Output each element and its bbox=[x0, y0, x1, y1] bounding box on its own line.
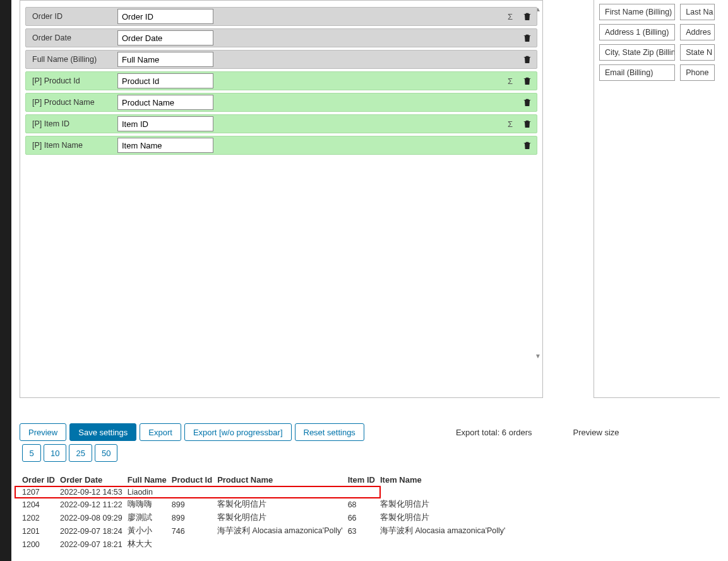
field-name-input[interactable] bbox=[117, 138, 213, 153]
trash-icon[interactable] bbox=[522, 76, 532, 86]
table-cell: 1202 bbox=[20, 511, 57, 524]
field-name-input[interactable] bbox=[117, 52, 213, 67]
avail-address2-billing[interactable]: Addres bbox=[680, 24, 715, 40]
field-name-input[interactable] bbox=[117, 116, 213, 131]
field-name-input[interactable] bbox=[117, 73, 213, 88]
table-cell: 客製化明信片 bbox=[215, 498, 345, 511]
table-cell bbox=[345, 538, 378, 551]
table-cell: 嗨嗨嗨 bbox=[125, 498, 169, 511]
export-wo-progress-button[interactable]: Export [w/o progressbar] bbox=[184, 423, 292, 441]
table-cell: 廖測試 bbox=[125, 511, 169, 524]
field-name-input[interactable] bbox=[117, 95, 213, 110]
field-label: Full Name (Billing) bbox=[26, 55, 117, 64]
table-cell: 66 bbox=[345, 511, 378, 524]
table-cell: 客製化明信片 bbox=[215, 511, 345, 524]
preview-size-10[interactable]: 10 bbox=[44, 444, 66, 462]
column-header: Item Name bbox=[378, 473, 508, 486]
sigma-icon[interactable]: Σ bbox=[501, 119, 519, 129]
trash-icon[interactable] bbox=[522, 11, 532, 21]
selected-fields-panel: ▲ Order IDΣOrder DateFull Name (Billing)… bbox=[20, 0, 543, 398]
export-total-label: Export total: 6 orders bbox=[456, 428, 532, 437]
avail-last-name-billing[interactable]: Last Na bbox=[680, 4, 715, 20]
table-cell: 客製化明信片 bbox=[378, 511, 508, 524]
table-row: 12042022-09-12 11:22嗨嗨嗨899客製化明信片68客製化明信片 bbox=[20, 498, 508, 511]
field-label: [P] Item ID bbox=[26, 119, 117, 128]
field-row[interactable]: Order IDΣ bbox=[25, 7, 537, 26]
toolbar: Preview Save settings Export Export [w/o… bbox=[20, 423, 720, 462]
table-cell: 客製化明信片 bbox=[378, 498, 508, 511]
field-label: Order ID bbox=[26, 12, 117, 21]
table-cell: 1204 bbox=[20, 498, 57, 511]
table-cell: 黃小小 bbox=[125, 524, 169, 538]
table-cell: 2022-09-07 18:21 bbox=[57, 538, 125, 551]
table-cell: 2022-09-07 18:24 bbox=[57, 524, 125, 538]
field-label: [P] Item Name bbox=[26, 141, 117, 150]
trash-icon[interactable] bbox=[522, 140, 532, 150]
table-cell: 1201 bbox=[20, 524, 57, 538]
avail-city-state-zip[interactable]: City, State Zip (Billing) bbox=[599, 44, 675, 61]
preview-table: Order IDOrder DateFull NameProduct IdPro… bbox=[20, 473, 508, 551]
avail-phone-billing[interactable]: Phone bbox=[680, 64, 715, 81]
table-row: 12022022-09-08 09:29廖測試899客製化明信片66客製化明信片 bbox=[20, 511, 508, 524]
avail-first-name-billing[interactable]: First Name (Billing) bbox=[599, 4, 675, 20]
column-header: Order Date bbox=[57, 473, 125, 486]
trash-icon[interactable] bbox=[522, 97, 532, 107]
column-header: Product Id bbox=[169, 473, 215, 486]
preview-size-25[interactable]: 25 bbox=[69, 444, 92, 462]
trash-icon[interactable] bbox=[522, 33, 532, 43]
avail-address1-billing[interactable]: Address 1 (Billing) bbox=[599, 24, 675, 40]
save-settings-button[interactable]: Save settings bbox=[69, 423, 136, 441]
field-row[interactable]: [P] Item IDΣ bbox=[25, 114, 537, 133]
avail-state-name[interactable]: State N bbox=[680, 44, 715, 61]
column-header: Item ID bbox=[345, 473, 378, 486]
field-label: [P] Product Id bbox=[26, 76, 117, 85]
table-cell: 1200 bbox=[20, 538, 57, 551]
table-cell: 海芋波利 Alocasia amazonica'Polly' bbox=[215, 524, 345, 538]
table-cell: 海芋波利 Alocasia amazonica'Polly' bbox=[378, 524, 508, 538]
admin-rail bbox=[0, 0, 11, 561]
field-row[interactable]: [P] Item Name bbox=[25, 136, 537, 155]
column-header: Order ID bbox=[20, 473, 57, 486]
column-header: Product Name bbox=[215, 473, 345, 486]
field-label: [P] Product Name bbox=[26, 98, 117, 107]
preview-size-label: Preview size bbox=[573, 428, 619, 437]
table-cell: 746 bbox=[169, 524, 215, 538]
table-cell: 2022-09-08 09:29 bbox=[57, 511, 125, 524]
trash-icon[interactable] bbox=[522, 119, 532, 129]
field-label: Order Date bbox=[26, 33, 117, 42]
table-cell bbox=[378, 538, 508, 551]
sigma-icon[interactable]: Σ bbox=[501, 76, 519, 86]
scroll-down-icon[interactable]: ▼ bbox=[535, 353, 541, 359]
table-cell: 899 bbox=[169, 511, 215, 524]
field-row[interactable]: [P] Product Name bbox=[25, 93, 537, 112]
preview-button[interactable]: Preview bbox=[20, 423, 66, 441]
table-cell: 899 bbox=[169, 498, 215, 511]
field-name-input[interactable] bbox=[117, 9, 213, 24]
sigma-icon[interactable]: Σ bbox=[501, 12, 519, 21]
preview-size-50[interactable]: 50 bbox=[95, 444, 117, 462]
table-row: 12002022-09-07 18:21林大大 bbox=[20, 538, 508, 551]
table-cell: 63 bbox=[345, 524, 378, 538]
preview-size-5[interactable]: 5 bbox=[22, 444, 41, 462]
field-name-input[interactable] bbox=[117, 30, 213, 45]
available-fields-panel: First Name (Billing) Last Na Address 1 (… bbox=[594, 0, 720, 398]
table-cell: 林大大 bbox=[125, 538, 169, 551]
export-button[interactable]: Export bbox=[140, 423, 181, 441]
table-cell bbox=[215, 538, 345, 551]
table-cell bbox=[378, 486, 508, 498]
field-row[interactable]: Full Name (Billing) bbox=[25, 50, 537, 69]
row-highlight-annotation bbox=[15, 486, 381, 498]
table-cell: 2022-09-12 11:22 bbox=[57, 498, 125, 511]
reset-settings-button[interactable]: Reset settings bbox=[295, 423, 364, 441]
column-header: Full Name bbox=[125, 473, 169, 486]
field-row[interactable]: [P] Product IdΣ bbox=[25, 71, 537, 90]
table-cell bbox=[169, 538, 215, 551]
avail-email-billing[interactable]: Email (Billing) bbox=[599, 64, 675, 81]
field-row[interactable]: Order Date bbox=[25, 28, 537, 47]
table-cell: 68 bbox=[345, 498, 378, 511]
table-row: 12012022-09-07 18:24黃小小746海芋波利 Alocasia … bbox=[20, 524, 508, 538]
trash-icon[interactable] bbox=[522, 54, 532, 64]
